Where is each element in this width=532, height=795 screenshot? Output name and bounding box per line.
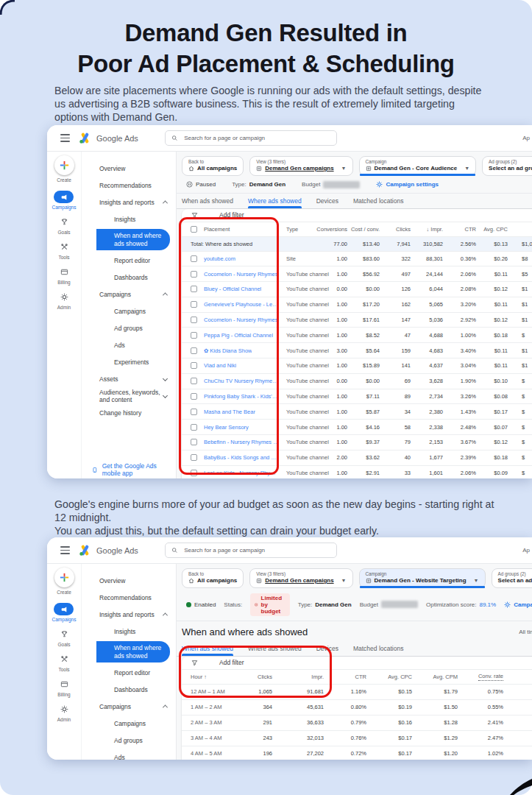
placement-link[interactable]: Vlad and Niki [204,362,236,369]
column-header[interactable]: Clicks [386,222,417,236]
placement-link[interactable]: Bluey - Official Channel [204,286,261,292]
add-filter-button[interactable]: Add filter [219,659,244,666]
sidebar-item-insights[interactable]: Insights [82,623,176,640]
row-checkbox[interactable] [191,255,197,262]
placement-link[interactable]: BabyBus - Kids Songs and Cartoons [204,454,279,461]
row-checkbox[interactable] [191,286,197,292]
column-header[interactable]: Clicks [232,670,279,684]
sidebar-item-dashboards[interactable]: Dashboards [82,681,176,698]
sidebar-item-recommendations[interactable]: Recommendations [82,589,176,606]
create-button[interactable]: Create [54,155,74,183]
ad-group-selector-chip[interactable]: Ad groups (2) Select an ad group▼ [482,156,532,176]
row-checkbox[interactable] [191,378,197,384]
column-header[interactable]: Avg. CPM [419,670,464,684]
column-header[interactable]: Cost / conv. [354,222,386,236]
search-box[interactable] [165,130,337,146]
column-header[interactable]: Hour ↑ [182,670,232,684]
row-checkbox[interactable] [191,362,197,369]
rail-item-tools[interactable]: Tools [54,653,74,672]
filter-icon[interactable] [191,660,198,666]
placement-link[interactable]: Masha and The Bear [204,409,255,415]
rail-item-campaigns[interactable]: Campaigns [52,603,77,622]
sidebar-item-ad-groups[interactable]: Ad groups [82,319,176,336]
sidebar-item-report-editor[interactable]: Report editor [82,252,176,269]
row-checkbox[interactable] [191,393,197,400]
row-checkbox[interactable] [191,317,197,323]
row-checkbox[interactable] [191,347,197,354]
column-header[interactable] [514,222,532,236]
search-input[interactable] [182,546,330,554]
filter-icon[interactable] [191,212,198,219]
sidebar-item-report-editor[interactable]: Report editor [82,664,176,681]
column-header[interactable]: Avg. CPC [483,222,514,236]
sidebar-section-insights-and-reports[interactable]: Insights and reports [82,194,176,211]
sidebar-section-audiences-keywords-content[interactable]: Audiences, keywords, and content [82,387,176,404]
sidebar-item-when-and-where-ads-showed[interactable]: When and where ads showed [96,641,170,662]
campaign-settings-link[interactable]: Campaign settings [504,601,532,608]
sidebar-item-ads[interactable]: Ads [82,749,176,760]
row-checkbox[interactable] [191,439,197,445]
sidebar-item-insights[interactable]: Insights [82,211,176,227]
tab-when-ads-showed[interactable]: When ads showed [182,197,233,208]
date-range-partial[interactable]: All tim [519,629,532,635]
mobile-app-link[interactable]: Get the Google Ads mobile app [82,462,176,477]
placement-link[interactable]: youtube.com [204,255,235,262]
campaign-selector-chip[interactable]: Campaign Demand Gen - Website Targeting▼ [359,568,486,588]
placement-link[interactable]: Peppa Pig - Official Channel [204,332,273,339]
rail-item-tools[interactable]: Tools [54,241,74,260]
search-box[interactable] [165,543,337,558]
row-checkbox[interactable] [191,470,197,476]
view-filter-chip[interactable]: View (3 filters) Demand Gen campaigns▼ [249,568,352,588]
column-header[interactable]: ↓ Impr. [417,222,450,236]
rail-item-admin[interactable]: Admin [54,703,74,722]
menu-icon[interactable] [60,546,70,554]
placement-link[interactable]: Cocomelon - Nursery Rhymes [204,271,277,278]
tab-devices[interactable]: Devices [316,197,338,208]
ad-group-selector-chip[interactable]: Ad groups (2) Select an ad group▼ [492,568,532,588]
column-header[interactable]: CTR [450,222,483,236]
campaign-selector-chip[interactable]: Campaign Demand Gen - Core Audience▼ [359,156,477,176]
placement-link[interactable]: ChuChu TV Nursery Rhymes & Kids ... [204,378,279,384]
sidebar-section-campaigns[interactable]: Campaigns [82,286,176,303]
campaign-settings-link[interactable]: Campaign settings [376,181,439,188]
limited-by-budget-badge[interactable]: Limited by budget [250,593,289,616]
column-header[interactable] [510,670,532,684]
sidebar-item-dashboards[interactable]: Dashboards [82,269,176,286]
placement-link[interactable]: Hey Bear Sensory [204,424,249,431]
create-button[interactable]: Create [54,568,74,595]
row-checkbox[interactable] [191,409,197,415]
menu-icon[interactable] [60,134,70,141]
tab-matched-locations[interactable]: Matched locations [353,197,404,208]
sidebar-item-campaigns[interactable]: Campaigns [82,715,176,732]
sidebar-section-assets[interactable]: Assets [82,370,176,387]
column-header[interactable]: Impr. [279,670,330,684]
tab-where-ads-showed[interactable]: Where ads showed [248,197,302,208]
placement-link[interactable]: Bebefinn - Nursery Rhymes & Kids S... [204,439,279,445]
row-checkbox[interactable] [191,271,197,278]
placement-link[interactable]: Genevieve's Playhouse - Learning Vi... [204,301,279,308]
sidebar-item-change-history[interactable]: Change history [82,404,176,421]
view-filter-chip[interactable]: View (3 filters) Demand Gen campaigns▼ [249,156,352,176]
column-header[interactable]: Conv. rate [464,670,510,684]
sidebar-item-when-and-where-ads-showed[interactable]: When and where ads showed [96,229,170,250]
placement-link[interactable]: Cocomelon - Nursery Rhymes [204,317,277,323]
sidebar-item-experiments[interactable]: Experiments [82,353,176,370]
add-filter-button[interactable]: Add filter [219,211,244,219]
search-input[interactable] [182,134,330,142]
tab-devices[interactable]: Devices [316,645,338,656]
column-header[interactable]: Conversions [329,222,354,236]
rail-item-goals[interactable]: Goals [54,216,74,235]
row-checkbox[interactable] [191,301,197,308]
rail-item-billing[interactable]: Billing [54,678,74,697]
sidebar-section-campaigns[interactable]: Campaigns [82,698,176,715]
placement-link[interactable]: ✿ Kids Diana Show [204,347,252,354]
sidebar-item-ads[interactable]: Ads [82,336,176,353]
tab-where-ads-showed[interactable]: Where ads showed [248,645,302,656]
row-checkbox[interactable] [191,332,197,339]
row-checkbox[interactable] [191,454,197,461]
rail-item-billing[interactable]: Billing [54,266,74,285]
sidebar-item-recommendations[interactable]: Recommendations [82,177,176,194]
tab-when-ads-showed[interactable]: When ads showed [182,645,233,656]
column-header[interactable]: Avg. CPC [373,670,419,684]
column-header[interactable]: Placement [182,222,279,236]
